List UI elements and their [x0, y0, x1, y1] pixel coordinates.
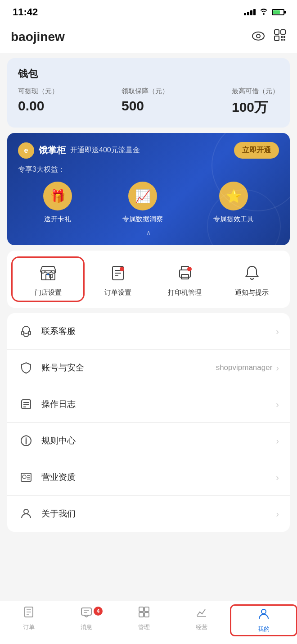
contact-support-item[interactable]: 联系客服 › — [7, 313, 290, 350]
arrow-icon: › — [276, 472, 279, 483]
svg-rect-5 — [281, 36, 283, 38]
account-security-text: 账号与安全 — [41, 362, 216, 374]
benefit-gift-label: 送开卡礼 — [44, 215, 71, 224]
nav-business[interactable]: 经营 — [173, 606, 230, 635]
banner-header: e 饿掌柜 开通即送400元流量金 立即开通 — [18, 142, 279, 159]
status-icons — [244, 8, 284, 17]
svg-point-12 — [47, 274, 49, 275]
wifi-icon — [259, 8, 268, 17]
benefit-data: 📈 专属数据洞察 — [122, 182, 163, 224]
contact-support-text: 联系客服 — [41, 325, 276, 337]
printer-icon — [174, 261, 196, 284]
order-settings-label: 订单设置 — [104, 288, 131, 297]
messages-label: 消息 — [81, 623, 92, 631]
svg-point-33 — [22, 475, 26, 479]
manage-label: 管理 — [138, 623, 150, 631]
mine-label: 我的 — [258, 625, 270, 633]
svg-point-50 — [261, 609, 266, 614]
about-us-item[interactable]: 关于我们 › — [7, 496, 290, 532]
svg-point-37 — [24, 509, 28, 514]
header-actions — [252, 29, 286, 45]
operation-log-text: 操作日志 — [41, 398, 276, 410]
scan-icon[interactable] — [274, 29, 286, 45]
menu-notifications[interactable]: 通知与提示 — [218, 261, 285, 297]
svg-rect-45 — [139, 607, 144, 612]
battery-icon — [272, 9, 284, 15]
chart-icon: 📈 — [128, 182, 157, 210]
svg-rect-2 — [274, 30, 279, 34]
arrow-icon: › — [276, 399, 279, 410]
page-title: baojinew — [11, 30, 65, 44]
about-us-text: 关于我们 — [41, 508, 276, 520]
banner-desc: 开通即送400元流量金 — [70, 146, 140, 155]
nav-manage[interactable]: 管理 — [115, 606, 173, 635]
manage-icon — [138, 606, 150, 621]
brand-name: 饿掌柜 — [39, 144, 66, 156]
eye-icon[interactable] — [252, 30, 265, 44]
business-license-text: 营业资质 — [41, 471, 276, 483]
messages-icon — [80, 606, 93, 621]
nav-orders[interactable]: 订单 — [0, 606, 58, 635]
quick-menu-items: 门店设置 订单设置 — [7, 255, 290, 303]
menu-store-settings[interactable]: 门店设置 — [13, 258, 83, 301]
svg-rect-7 — [281, 39, 283, 41]
arrow-icon: › — [276, 436, 279, 446]
header: baojinew — [0, 23, 297, 53]
orders-icon — [22, 606, 35, 621]
svg-rect-3 — [281, 30, 285, 34]
brand-logo: e — [18, 142, 34, 159]
rules-center-item[interactable]: 规则中心 › — [7, 423, 290, 459]
svg-rect-6 — [284, 36, 285, 38]
nav-mine[interactable]: 我的 — [231, 606, 296, 635]
svg-point-1 — [256, 34, 260, 38]
svg-point-21 — [187, 267, 192, 271]
status-bar: 11:42 — [0, 0, 297, 23]
svg-rect-46 — [144, 607, 149, 612]
quick-menu: 门店设置 订单设置 — [7, 251, 290, 308]
arrow-icon: › — [276, 363, 279, 373]
activate-button[interactable]: 立即开通 — [234, 142, 279, 159]
status-time: 11:42 — [13, 6, 38, 18]
shield-icon — [18, 360, 34, 376]
svg-rect-47 — [139, 612, 144, 617]
mine-icon — [257, 607, 270, 623]
benefit-tools-label: 专属提效工具 — [213, 215, 254, 224]
benefit-tools: ⭐ 专属提效工具 — [213, 182, 254, 224]
info-icon — [18, 433, 34, 449]
arrow-icon: › — [276, 326, 279, 337]
svg-point-31 — [26, 438, 27, 439]
notification-label: 通知与提示 — [235, 288, 269, 297]
headset-icon — [18, 323, 34, 339]
wallet-title: 钱包 — [18, 67, 279, 81]
log-icon — [18, 396, 34, 412]
svg-rect-4 — [274, 36, 279, 41]
about-icon — [18, 506, 34, 522]
promotion-banner[interactable]: e 饿掌柜 开通即送400元流量金 立即开通 专享3大权益： 🎁 送开卡礼 📈 … — [7, 133, 290, 245]
business-icon — [195, 606, 208, 621]
order-settings-icon — [107, 261, 129, 284]
svg-rect-42 — [81, 608, 91, 615]
nav-messages[interactable]: 4 消息 — [58, 606, 115, 635]
svg-point-17 — [120, 267, 124, 271]
banner-brand: e 饿掌柜 开通即送400元流量金 — [18, 142, 140, 159]
menu-printer[interactable]: 打印机管理 — [151, 261, 218, 297]
menu-order-settings[interactable]: 订单设置 — [84, 261, 151, 297]
wallet-stat-withdrawable: 可提现（元） 0.00 — [18, 87, 58, 117]
wallet-stat-max-borrow: 最高可借（元） 100万 — [232, 87, 279, 117]
operation-log-item[interactable]: 操作日志 › — [7, 386, 290, 423]
bottom-nav: 订单 4 消息 管理 — [0, 601, 297, 644]
signal-icon — [244, 9, 256, 15]
benefit-data-label: 专属数据洞察 — [122, 215, 163, 224]
business-label: 经营 — [196, 623, 207, 631]
svg-rect-8 — [284, 39, 285, 41]
arrow-icon: › — [276, 509, 279, 519]
business-license-item[interactable]: 营业资质 › — [7, 459, 290, 496]
wallet-card: 钱包 可提现（元） 0.00 领取保障（元） 500 最高可借（元） 100万 — [7, 58, 290, 128]
rules-center-text: 规则中心 — [41, 435, 276, 447]
license-icon — [18, 469, 34, 485]
orders-label: 订单 — [23, 623, 35, 631]
banner-arrow: ∧ — [18, 229, 279, 236]
messages-badge: 4 — [94, 607, 103, 616]
settings-list: 联系客服 › 账号与安全 shopvipmanager › 操作日志 › — [7, 313, 290, 532]
account-security-item[interactable]: 账号与安全 shopvipmanager › — [7, 350, 290, 386]
